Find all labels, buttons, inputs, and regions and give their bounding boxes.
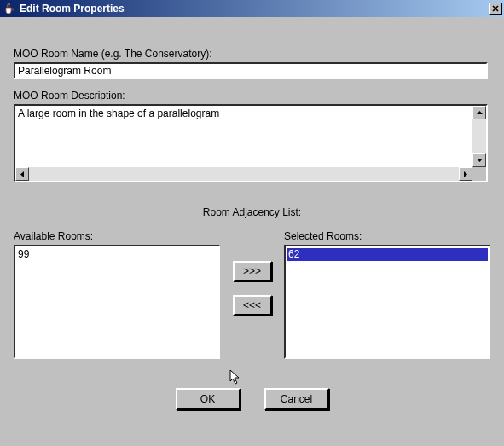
java-cup-icon [3, 2, 16, 15]
remove-room-button[interactable]: <<< [233, 295, 272, 316]
desc-vertical-scrollbar[interactable] [472, 106, 486, 167]
scroll-right-icon[interactable] [459, 167, 472, 181]
available-rooms-label: Available Rooms: [14, 230, 220, 242]
cancel-button[interactable]: Cancel [264, 388, 329, 410]
scroll-track[interactable] [472, 119, 486, 153]
selected-column: Selected Rooms: 62 [284, 230, 490, 359]
available-rooms-list[interactable]: 99 [14, 245, 220, 359]
ok-button[interactable]: OK [176, 388, 240, 410]
adjacency-heading: Room Adjacency List: [14, 206, 490, 218]
room-desc-field[interactable] [14, 104, 488, 182]
scrollbar-corner [472, 167, 486, 181]
available-column: Available Rooms: 99 [14, 230, 220, 359]
add-room-button[interactable]: >>> [233, 261, 272, 281]
desc-horizontal-scrollbar[interactable] [15, 167, 486, 181]
room-desc-textarea[interactable] [15, 106, 472, 167]
title-bar: Edit Room Properties [0, 0, 504, 17]
room-name-label: MOO Room Name (e.g. The Conservatory): [14, 48, 490, 60]
window-title: Edit Room Properties [20, 3, 125, 14]
move-buttons-column: >>> <<< [220, 230, 284, 316]
dialog-footer: OK Cancel [14, 388, 490, 410]
dialog-content: MOO Room Name (e.g. The Conservatory): M… [0, 17, 504, 419]
room-desc-label: MOO Room Description: [14, 90, 490, 101]
scroll-track[interactable] [29, 167, 459, 181]
selected-rooms-list[interactable]: 62 [284, 245, 490, 359]
scroll-left-icon[interactable] [15, 167, 29, 181]
scroll-down-icon[interactable] [472, 153, 486, 167]
scroll-up-icon[interactable] [472, 106, 486, 119]
list-item[interactable]: 62 [287, 248, 488, 261]
room-name-input[interactable] [14, 62, 488, 79]
list-item[interactable]: 99 [16, 248, 217, 261]
close-button[interactable] [489, 3, 502, 15]
selected-rooms-label: Selected Rooms: [284, 230, 490, 242]
